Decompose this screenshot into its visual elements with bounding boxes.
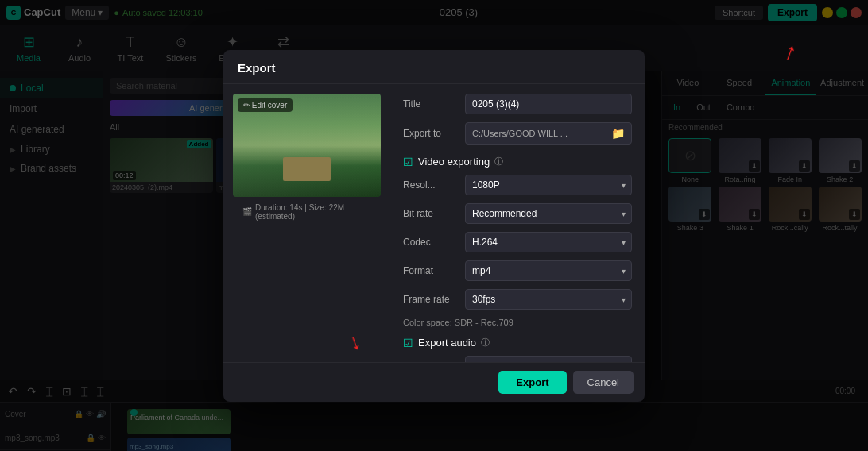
format-select-wrapper: mp4 mov ▾ — [465, 260, 632, 281]
video-info-icon[interactable]: ⓘ — [494, 156, 503, 168]
bitrate-row: Bit rate Recommended Low High ▾ — [403, 203, 632, 224]
resolution-select[interactable]: 1080P 720P 4K — [465, 175, 632, 195]
format-select[interactable]: mp4 mov — [465, 260, 632, 281]
export-to-label: Export to — [403, 128, 459, 139]
modal-footer: Export Cancel — [223, 362, 645, 402]
modal-body: ✏ Edit cover 🎬 Duration: 14s | Size: 22M… — [223, 84, 645, 362]
framerate-select[interactable]: 30fps 24fps 60fps — [465, 289, 632, 310]
codec-label: Codec — [403, 237, 459, 248]
film-icon: 🎬 — [242, 207, 252, 216]
format-label: Format — [403, 265, 459, 276]
audio-section-header: ☑ Export audio ⓘ — [403, 333, 632, 349]
framerate-select-wrapper: 30fps 24fps 60fps ▾ — [465, 289, 632, 310]
cancel-button[interactable]: Cancel — [573, 371, 634, 394]
color-space-text: Color space: SDR - Rec.709 — [403, 318, 632, 327]
audio-format-label: Format — [403, 360, 459, 362]
modal-form: Title Export to C:/Users/GOOD WILL ... 📁… — [390, 84, 645, 362]
resolution-label: Resol... — [403, 179, 459, 191]
framerate-label: Frame rate — [403, 294, 459, 305]
duration-size-text: Duration: 14s | Size: 22M (estimated) — [255, 203, 371, 221]
video-section-header: ☑ Video exporting ⓘ — [403, 152, 632, 168]
audio-check-icon[interactable]: ☑ — [403, 337, 413, 349]
duration-size-info: 🎬 Duration: 14s | Size: 22M (estimated) — [233, 197, 381, 227]
audio-format-select[interactable]: MP3 AAC — [465, 356, 632, 362]
modal-preview: ✏ Edit cover 🎬 Duration: 14s | Size: 22M… — [223, 84, 390, 362]
audio-format-select-wrapper: MP3 AAC ▾ — [465, 356, 632, 362]
title-input[interactable] — [465, 94, 632, 114]
audio-info-icon[interactable]: ⓘ — [481, 337, 490, 349]
arrow-annotation-top: ↑ — [781, 37, 801, 66]
bitrate-select[interactable]: Recommended Low High — [465, 203, 632, 224]
preview-buildings — [283, 157, 331, 181]
resolution-row: Resol... 1080P 720P 4K ▾ — [403, 175, 632, 195]
title-row: Title — [403, 94, 632, 114]
format-row: Format mp4 mov ▾ — [403, 260, 632, 281]
codec-row: Codec H.264 H.265 ▾ — [403, 232, 632, 252]
audio-section-title: Export audio — [418, 337, 476, 349]
modal-title: Export — [238, 61, 276, 75]
export-to-row: Export to C:/Users/GOOD WILL ... 📁 — [403, 122, 632, 145]
audio-format-row: Format MP3 AAC ▾ — [403, 356, 632, 362]
codec-select-wrapper: H.264 H.265 ▾ — [465, 232, 632, 252]
bitrate-select-wrapper: Recommended Low High ▾ — [465, 203, 632, 224]
edit-cover-button[interactable]: ✏ Edit cover — [238, 98, 293, 112]
export-path-field[interactable]: C:/Users/GOOD WILL ... 📁 — [465, 122, 632, 145]
modal-overlay: ↑ Export ✏ Edit cover 🎬 Duration: 14s | … — [0, 0, 868, 451]
bitrate-label: Bit rate — [403, 208, 459, 219]
modal-header: Export — [223, 50, 645, 84]
export-button[interactable]: Export — [498, 371, 566, 394]
folder-icon[interactable]: 📁 — [611, 127, 625, 140]
video-check-icon[interactable]: ☑ — [403, 156, 413, 168]
export-path-text: C:/Users/GOOD WILL ... — [472, 129, 611, 138]
codec-select[interactable]: H.264 H.265 — [465, 232, 632, 252]
framerate-row: Frame rate 30fps 24fps 60fps ▾ — [403, 289, 632, 310]
export-modal: Export ✏ Edit cover 🎬 Duration: 14s | Si… — [223, 50, 645, 402]
resolution-select-wrapper: 1080P 720P 4K ▾ — [465, 175, 632, 195]
export-preview-thumbnail: ✏ Edit cover — [233, 94, 381, 197]
title-label: Title — [403, 98, 459, 110]
video-section-title: Video exporting — [418, 156, 490, 168]
